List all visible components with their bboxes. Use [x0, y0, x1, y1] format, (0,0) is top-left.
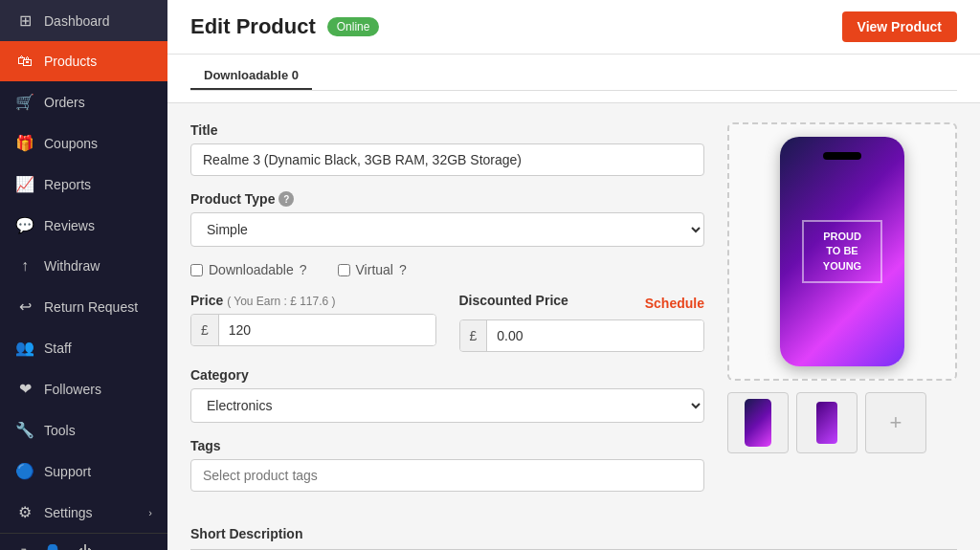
sidebar-label-support: Support — [44, 464, 152, 479]
price-input[interactable] — [219, 315, 435, 345]
sidebar-item-tools[interactable]: 🔧 Tools — [0, 409, 167, 451]
title-input[interactable] — [190, 143, 704, 176]
downloadable-checkbox[interactable] — [190, 264, 203, 276]
title-label: Title — [190, 122, 704, 138]
products-icon: 🛍 — [15, 53, 34, 70]
sidebar-label-return: Return Request — [44, 299, 152, 315]
product-type-label: Product Type ? — [190, 191, 704, 207]
page-header: Edit Product Online View Product — [167, 0, 980, 55]
page-title: Edit Product — [190, 14, 316, 39]
followers-icon: ❤ — [15, 380, 34, 398]
category-label: Category — [190, 367, 704, 383]
sub-tab-downloadable[interactable]: Downloadable 0 — [190, 62, 312, 90]
sidebar-label-products: Products — [44, 54, 152, 69]
schedule-link[interactable]: Schedule — [645, 296, 704, 311]
reports-icon: 📈 — [15, 175, 34, 193]
price-row: Price ( You Earn : £ 117.6 ) £ Discounte… — [190, 293, 704, 352]
reviews-icon: 💬 — [15, 216, 34, 234]
sub-tabs: Downloadable 0 — [190, 62, 957, 91]
sidebar: ⊞ Dashboard 🛍 Products 🛒 Orders 🎁 Coupon… — [0, 0, 167, 550]
phone-image: PROUDTO BEYOUNG — [780, 137, 904, 366]
virtual-label: Virtual — [356, 262, 393, 277]
sidebar-label-reports: Reports — [44, 177, 152, 192]
support-icon: 🔵 — [15, 462, 34, 480]
sidebar-label-settings: Settings — [44, 505, 139, 520]
orders-icon: 🛒 — [15, 93, 34, 111]
price-currency: £ — [191, 315, 219, 345]
short-description-section: Short Description B I U ❝ ABC ☰ ☷ ≡ ≡ ≡ … — [167, 526, 980, 550]
sidebar-item-return-request[interactable]: ↩ Return Request — [0, 286, 167, 327]
downloadable-checkbox-wrap[interactable]: Downloadable ? — [190, 262, 307, 277]
tags-input[interactable] — [190, 459, 704, 492]
product-main-image[interactable]: PROUDTO BEYOUNG — [727, 122, 957, 381]
discounted-header: Discounted Price Schedule — [459, 293, 705, 314]
thumb-add[interactable]: + — [865, 392, 926, 453]
withdraw-icon: ↑ — [15, 257, 34, 275]
phone-screen-text-box: PROUDTO BEYOUNG — [802, 220, 882, 283]
price-sub: ( You Earn : £ 117.6 ) — [227, 295, 335, 308]
sidebar-item-dashboard[interactable]: ⊞ Dashboard — [0, 0, 167, 41]
price-label: Price ( You Earn : £ 117.6 ) — [190, 293, 436, 308]
category-group: Category Electronics — [190, 367, 704, 423]
virtual-checkbox[interactable] — [338, 264, 350, 276]
settings-icon: ⚙ — [15, 503, 34, 521]
short-desc-label: Short Description — [190, 526, 957, 541]
downloadable-help-icon[interactable]: ? — [300, 262, 307, 277]
discounted-price-label: Discounted Price — [459, 293, 568, 308]
product-type-group: Product Type ? Simple Variable Downloada… — [190, 191, 704, 247]
sidebar-item-followers[interactable]: ❤ Followers — [0, 368, 167, 409]
dashboard-icon: ⊞ — [15, 11, 34, 30]
sidebar-label-orders: Orders — [44, 95, 152, 110]
title-group: Title — [190, 122, 704, 176]
sidebar-label-coupons: Coupons — [44, 136, 152, 151]
user-icon[interactable]: 👤 — [43, 543, 62, 550]
sidebar-item-coupons[interactable]: 🎁 Coupons — [0, 122, 167, 164]
sidebar-item-support[interactable]: 🔵 Support — [0, 451, 167, 492]
downloadable-label: Downloadable — [209, 262, 294, 277]
sidebar-label-followers: Followers — [44, 382, 152, 397]
virtual-help-icon[interactable]: ? — [399, 262, 407, 277]
power-icon[interactable]: ⏻ — [78, 544, 93, 551]
sidebar-item-reports[interactable]: 📈 Reports — [0, 164, 167, 205]
sidebar-label-tools: Tools — [44, 423, 152, 438]
product-type-help-icon[interactable]: ? — [278, 191, 294, 207]
virtual-checkbox-wrap[interactable]: Virtual ? — [338, 262, 407, 277]
sidebar-bottom: ↗ 👤 ⏻ — [0, 533, 167, 550]
thumb-2[interactable] — [796, 392, 858, 453]
checkboxes-row: Downloadable ? Virtual ? — [190, 262, 704, 277]
settings-arrow-icon: › — [148, 507, 152, 518]
image-thumbs: + — [727, 392, 957, 453]
staff-icon: 👥 — [15, 339, 34, 357]
disc-currency: £ — [460, 320, 488, 351]
tools-icon: 🔧 — [15, 421, 34, 439]
external-link-icon[interactable]: ↗ — [15, 543, 28, 550]
status-badge: Online — [327, 17, 380, 36]
sidebar-item-products[interactable]: 🛍 Products — [0, 41, 167, 81]
page-header-left: Edit Product Online — [190, 14, 379, 39]
image-inner: PROUDTO BEYOUNG — [729, 124, 955, 379]
discounted-price-group: Discounted Price Schedule £ — [459, 293, 705, 352]
add-image-icon: + — [890, 410, 902, 435]
sidebar-item-staff[interactable]: 👥 Staff — [0, 327, 167, 368]
sidebar-item-withdraw[interactable]: ↑ Withdraw — [0, 246, 167, 286]
sidebar-label-staff: Staff — [44, 341, 152, 356]
return-icon: ↩ — [15, 297, 34, 316]
category-select[interactable]: Electronics — [190, 388, 704, 423]
sidebar-item-orders[interactable]: 🛒 Orders — [0, 81, 167, 122]
disc-input[interactable] — [487, 320, 703, 351]
view-product-button[interactable]: View Product — [842, 11, 957, 42]
form-area: Title Product Type ? Simple Variable Dow… — [167, 103, 980, 526]
form-left: Title Product Type ? Simple Variable Dow… — [190, 122, 704, 507]
sidebar-label-reviews: Reviews — [44, 218, 152, 233]
coupons-icon: 🎁 — [15, 134, 34, 152]
sidebar-label-withdraw: Withdraw — [44, 258, 152, 274]
sidebar-item-reviews[interactable]: 💬 Reviews — [0, 205, 167, 246]
sidebar-item-settings[interactable]: ⚙ Settings › — [0, 492, 167, 533]
product-image-section: PROUDTO BEYOUNG + — [727, 122, 957, 507]
thumb-1[interactable] — [727, 392, 789, 453]
phone-screen-text: PROUDTO BEYOUNG — [813, 230, 871, 274]
disc-input-wrap: £ — [459, 319, 705, 352]
product-type-select[interactable]: Simple Variable Downloadable Virtual — [190, 212, 704, 247]
phone-notch — [823, 152, 861, 160]
price-group: Price ( You Earn : £ 117.6 ) £ — [190, 293, 436, 352]
